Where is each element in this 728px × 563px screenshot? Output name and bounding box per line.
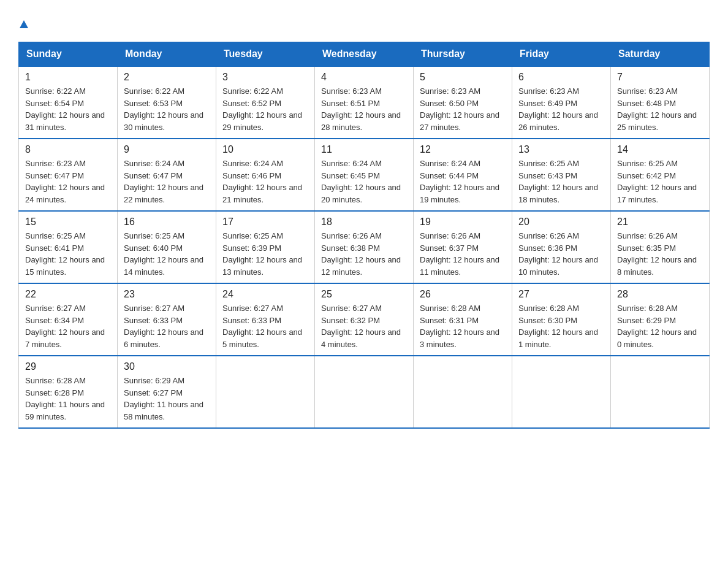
- day-info: Sunrise: 6:23 AMSunset: 6:51 PMDaylight:…: [321, 85, 407, 133]
- calendar-day-cell: 20Sunrise: 6:26 AMSunset: 6:36 PMDayligh…: [512, 211, 611, 283]
- day-number: 5: [420, 72, 506, 83]
- day-info: Sunrise: 6:22 AMSunset: 6:53 PMDaylight:…: [124, 85, 210, 133]
- day-info: Sunrise: 6:23 AMSunset: 6:47 PMDaylight:…: [25, 158, 111, 205]
- calendar-day-cell: 19Sunrise: 6:26 AMSunset: 6:37 PMDayligh…: [414, 211, 512, 283]
- calendar-day-cell: 4Sunrise: 6:23 AMSunset: 6:51 PMDaylight…: [315, 66, 414, 139]
- calendar-week-row: 29Sunrise: 6:28 AMSunset: 6:28 PMDayligh…: [19, 356, 710, 428]
- day-info: Sunrise: 6:25 AMSunset: 6:39 PMDaylight:…: [222, 230, 308, 278]
- calendar-day-cell: 27Sunrise: 6:28 AMSunset: 6:30 PMDayligh…: [512, 283, 611, 356]
- day-number: 24: [222, 289, 308, 300]
- calendar-day-cell: [611, 356, 710, 428]
- calendar-header-row: SundayMondayTuesdayWednesdayThursdayFrid…: [19, 42, 710, 67]
- day-info: Sunrise: 6:28 AMSunset: 6:30 PMDaylight:…: [518, 302, 604, 350]
- day-info: Sunrise: 6:27 AMSunset: 6:34 PMDaylight:…: [25, 302, 111, 350]
- day-info: Sunrise: 6:26 AMSunset: 6:35 PMDaylight:…: [617, 230, 703, 278]
- day-info: Sunrise: 6:23 AMSunset: 6:50 PMDaylight:…: [420, 85, 506, 133]
- calendar-day-cell: 17Sunrise: 6:25 AMSunset: 6:39 PMDayligh…: [216, 211, 315, 283]
- calendar-day-cell: 14Sunrise: 6:25 AMSunset: 6:42 PMDayligh…: [611, 139, 710, 211]
- day-info: Sunrise: 6:24 AMSunset: 6:46 PMDaylight:…: [222, 158, 308, 205]
- calendar-week-row: 15Sunrise: 6:25 AMSunset: 6:41 PMDayligh…: [19, 211, 710, 283]
- day-number: 20: [518, 216, 604, 228]
- day-number: 13: [518, 144, 604, 155]
- calendar-day-cell: 2Sunrise: 6:22 AMSunset: 6:53 PMDaylight…: [118, 66, 216, 139]
- day-number: 23: [124, 289, 210, 300]
- day-number: 6: [518, 72, 604, 83]
- calendar-day-cell: [315, 356, 414, 428]
- calendar-day-cell: 22Sunrise: 6:27 AMSunset: 6:34 PMDayligh…: [19, 283, 118, 356]
- day-number: 26: [420, 289, 506, 300]
- day-number: 25: [321, 289, 407, 300]
- day-number: 1: [25, 72, 111, 83]
- day-info: Sunrise: 6:27 AMSunset: 6:33 PMDaylight:…: [124, 302, 210, 350]
- day-info: Sunrise: 6:22 AMSunset: 6:52 PMDaylight:…: [222, 85, 308, 133]
- calendar-week-row: 22Sunrise: 6:27 AMSunset: 6:34 PMDayligh…: [19, 283, 710, 356]
- calendar-day-cell: 13Sunrise: 6:25 AMSunset: 6:43 PMDayligh…: [512, 139, 611, 211]
- day-number: 19: [420, 216, 506, 228]
- calendar-week-row: 8Sunrise: 6:23 AMSunset: 6:47 PMDaylight…: [19, 139, 710, 211]
- day-number: 17: [222, 216, 308, 228]
- calendar-day-cell: 24Sunrise: 6:27 AMSunset: 6:33 PMDayligh…: [216, 283, 315, 356]
- day-info: Sunrise: 6:28 AMSunset: 6:29 PMDaylight:…: [617, 302, 703, 350]
- calendar-day-cell: 30Sunrise: 6:29 AMSunset: 6:27 PMDayligh…: [118, 356, 216, 428]
- calendar-day-cell: [512, 356, 611, 428]
- day-number: 29: [25, 361, 111, 372]
- calendar-day-cell: 26Sunrise: 6:28 AMSunset: 6:31 PMDayligh…: [414, 283, 512, 356]
- day-number: 11: [321, 144, 407, 155]
- weekday-header-wednesday: Wednesday: [315, 42, 414, 67]
- day-info: Sunrise: 6:26 AMSunset: 6:38 PMDaylight:…: [321, 230, 407, 278]
- calendar-day-cell: 25Sunrise: 6:27 AMSunset: 6:32 PMDayligh…: [315, 283, 414, 356]
- day-info: Sunrise: 6:29 AMSunset: 6:27 PMDaylight:…: [124, 375, 210, 423]
- day-number: 4: [321, 72, 407, 83]
- calendar-day-cell: [216, 356, 315, 428]
- day-info: Sunrise: 6:25 AMSunset: 6:42 PMDaylight:…: [617, 158, 703, 205]
- calendar-day-cell: 23Sunrise: 6:27 AMSunset: 6:33 PMDayligh…: [118, 283, 216, 356]
- day-info: Sunrise: 6:28 AMSunset: 6:28 PMDaylight:…: [25, 375, 111, 423]
- day-info: Sunrise: 6:25 AMSunset: 6:43 PMDaylight:…: [518, 158, 604, 205]
- weekday-header-friday: Friday: [512, 42, 611, 67]
- calendar-day-cell: 6Sunrise: 6:23 AMSunset: 6:49 PMDaylight…: [512, 66, 611, 139]
- day-number: 10: [222, 144, 308, 155]
- day-number: 18: [321, 216, 407, 228]
- calendar-day-cell: 28Sunrise: 6:28 AMSunset: 6:29 PMDayligh…: [611, 283, 710, 356]
- day-info: Sunrise: 6:26 AMSunset: 6:37 PMDaylight:…: [420, 230, 506, 278]
- calendar-day-cell: 15Sunrise: 6:25 AMSunset: 6:41 PMDayligh…: [19, 211, 118, 283]
- calendar-week-row: 1Sunrise: 6:22 AMSunset: 6:54 PMDaylight…: [19, 66, 710, 139]
- weekday-header-saturday: Saturday: [611, 42, 710, 67]
- logo-triangle-icon: [20, 20, 28, 28]
- weekday-header-sunday: Sunday: [19, 42, 118, 67]
- page-header: [18, 18, 710, 29]
- day-info: Sunrise: 6:24 AMSunset: 6:44 PMDaylight:…: [420, 158, 506, 205]
- day-info: Sunrise: 6:25 AMSunset: 6:40 PMDaylight:…: [124, 230, 210, 278]
- calendar-table: SundayMondayTuesdayWednesdayThursdayFrid…: [18, 42, 710, 429]
- day-info: Sunrise: 6:27 AMSunset: 6:32 PMDaylight:…: [321, 302, 407, 350]
- weekday-header-thursday: Thursday: [414, 42, 512, 67]
- day-number: 15: [25, 216, 111, 228]
- day-number: 3: [222, 72, 308, 83]
- logo: [18, 18, 33, 29]
- calendar-day-cell: 1Sunrise: 6:22 AMSunset: 6:54 PMDaylight…: [19, 66, 118, 139]
- day-number: 7: [617, 72, 703, 83]
- day-number: 9: [124, 144, 210, 155]
- calendar-day-cell: 29Sunrise: 6:28 AMSunset: 6:28 PMDayligh…: [19, 356, 118, 428]
- day-info: Sunrise: 6:24 AMSunset: 6:45 PMDaylight:…: [321, 158, 407, 205]
- calendar-day-cell: 5Sunrise: 6:23 AMSunset: 6:50 PMDaylight…: [414, 66, 512, 139]
- calendar-day-cell: 21Sunrise: 6:26 AMSunset: 6:35 PMDayligh…: [611, 211, 710, 283]
- calendar-day-cell: 11Sunrise: 6:24 AMSunset: 6:45 PMDayligh…: [315, 139, 414, 211]
- calendar-day-cell: 18Sunrise: 6:26 AMSunset: 6:38 PMDayligh…: [315, 211, 414, 283]
- day-info: Sunrise: 6:25 AMSunset: 6:41 PMDaylight:…: [25, 230, 111, 278]
- day-number: 16: [124, 216, 210, 228]
- day-info: Sunrise: 6:22 AMSunset: 6:54 PMDaylight:…: [25, 85, 111, 133]
- weekday-header-monday: Monday: [118, 42, 216, 67]
- day-number: 27: [518, 289, 604, 300]
- day-number: 12: [420, 144, 506, 155]
- calendar-day-cell: 12Sunrise: 6:24 AMSunset: 6:44 PMDayligh…: [414, 139, 512, 211]
- calendar-day-cell: 16Sunrise: 6:25 AMSunset: 6:40 PMDayligh…: [118, 211, 216, 283]
- day-number: 21: [617, 216, 703, 228]
- calendar-day-cell: 8Sunrise: 6:23 AMSunset: 6:47 PMDaylight…: [19, 139, 118, 211]
- weekday-header-tuesday: Tuesday: [216, 42, 315, 67]
- calendar-day-cell: 9Sunrise: 6:24 AMSunset: 6:47 PMDaylight…: [118, 139, 216, 211]
- day-number: 14: [617, 144, 703, 155]
- day-info: Sunrise: 6:23 AMSunset: 6:48 PMDaylight:…: [617, 85, 703, 133]
- day-number: 22: [25, 289, 111, 300]
- day-number: 30: [124, 361, 210, 372]
